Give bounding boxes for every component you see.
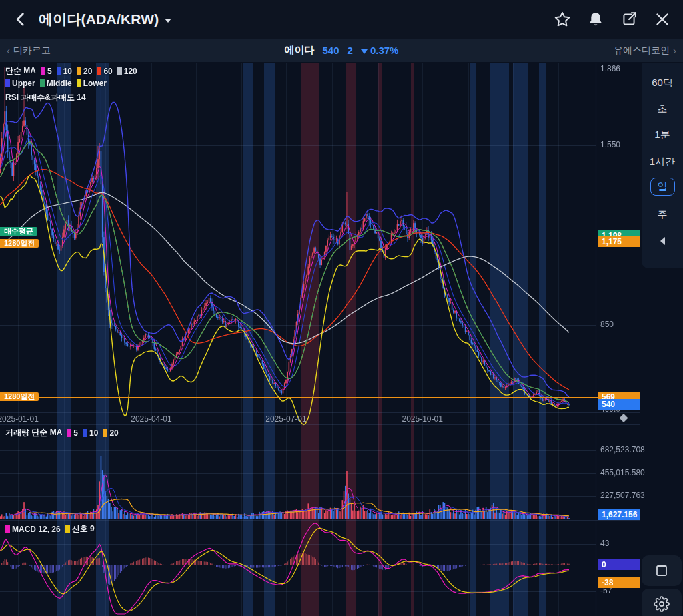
macd-tick: 43 [600, 539, 609, 548]
chevron-right-icon: › [673, 45, 676, 56]
chart-canvas[interactable] [0, 63, 683, 616]
current-volume-badge: 1,627.156 [598, 509, 640, 520]
bb-lower-chip [77, 79, 81, 87]
back-button[interactable] [12, 10, 31, 29]
chevron-down-icon [165, 19, 171, 23]
ma5-chip [41, 67, 45, 75]
share-icon[interactable] [620, 11, 638, 28]
macd-chip [5, 525, 10, 533]
x-axis-date: 2025-07-01 [265, 414, 306, 424]
down-arrow-icon [361, 49, 368, 54]
days-ago-label: 1280일전 [0, 239, 39, 248]
timeframe-second[interactable]: 초 [642, 103, 683, 115]
pair-title[interactable]: 에이다(ADA/KRW) [39, 10, 171, 29]
timeframe-1min[interactable]: 1분 [642, 129, 683, 141]
coin-switcher-bar: ‹ 디카르고 에이다 540 2 0.37% 유에스디코인 › [0, 39, 683, 63]
price-tick: 1,550 [600, 140, 620, 149]
current-price: 540 [323, 45, 339, 56]
price-tick: 1,866 [600, 64, 620, 73]
chevron-left-icon [658, 236, 666, 246]
signal-chip [65, 525, 70, 533]
timeframe-60tick[interactable]: 60틱 [642, 77, 683, 89]
star-icon[interactable] [554, 11, 571, 28]
macd-signal-badge: -38 [598, 577, 640, 588]
timeframe-1hour[interactable]: 1시간 [642, 156, 683, 168]
chart-area: 단순 MA 5 10 20 60 120 Upper Middle Lower … [0, 63, 683, 616]
timeframe-week[interactable]: 주 [642, 208, 683, 221]
collapse-panel-button[interactable] [642, 236, 683, 248]
volume-tick: 682,523.708 [600, 445, 645, 454]
pair-title-text: 에이다(ADA/KRW) [39, 10, 159, 29]
coin-name: 에이다 [285, 44, 315, 57]
next-coin-label: 유에스디코인 [614, 45, 670, 57]
current-price-badge: 540 [598, 399, 640, 410]
level-price-badge: 1,175 [598, 236, 640, 247]
vol-ma20-chip [103, 429, 107, 437]
gear-icon [654, 596, 670, 612]
triangle-up-icon [620, 414, 628, 418]
x-axis-date: 2025-10-01 [402, 414, 442, 424]
legend-macd: MACD 12, 26 신호 9 [5, 523, 95, 535]
price-tick: 850 [600, 320, 614, 329]
change-percent: 0.37% [361, 45, 399, 56]
ma10-chip [57, 67, 61, 75]
next-coin-button[interactable]: 유에스디코인 › [614, 45, 676, 57]
ma20-chip [77, 67, 81, 75]
days-ago-label: 1280일전 [0, 392, 39, 401]
legend-rsi: RSI 과매수&과매도 14 [5, 92, 86, 103]
drawing-mode-button[interactable] [642, 555, 682, 586]
topbar: 에이다(ADA/KRW) [0, 0, 683, 39]
timeframe-day[interactable]: 일 [642, 178, 683, 196]
bb-upper-chip [5, 79, 10, 87]
x-axis-date: 2025-04-01 [131, 414, 171, 424]
triangle-down-icon [620, 418, 628, 422]
bb-middle-chip [40, 79, 45, 87]
vol-ma5-chip [67, 429, 71, 437]
pane-resize-handle[interactable] [610, 412, 637, 423]
settings-button[interactable] [642, 589, 682, 616]
volume-tick: 227,507.763 [600, 491, 645, 500]
volume-tick: 455,015.580 [600, 468, 645, 477]
ticker-summary: 에이다 540 2 0.37% [0, 44, 683, 57]
legend-bollinger: Upper Middle Lower [5, 79, 107, 88]
timeframe-panel: 60틱 초 1분 1시간 일 주 [642, 63, 683, 268]
close-icon[interactable] [654, 11, 671, 28]
legend-simple-ma: 단순 MA 5 10 20 60 120 [5, 65, 137, 77]
ma120-chip [117, 67, 122, 75]
ma60-chip [97, 67, 101, 75]
bell-icon[interactable] [587, 11, 604, 28]
macd-hist-badge: 0 [598, 559, 640, 570]
x-axis-date: 2025-01-01 [0, 414, 39, 424]
square-icon [654, 563, 670, 579]
change-amount: 2 [348, 45, 353, 56]
avg-buy-label: 매수평균 [0, 227, 37, 236]
vol-ma10-chip [83, 429, 87, 437]
legend-volume-ma: 거래량 단순 MA 5 10 20 [5, 427, 119, 438]
